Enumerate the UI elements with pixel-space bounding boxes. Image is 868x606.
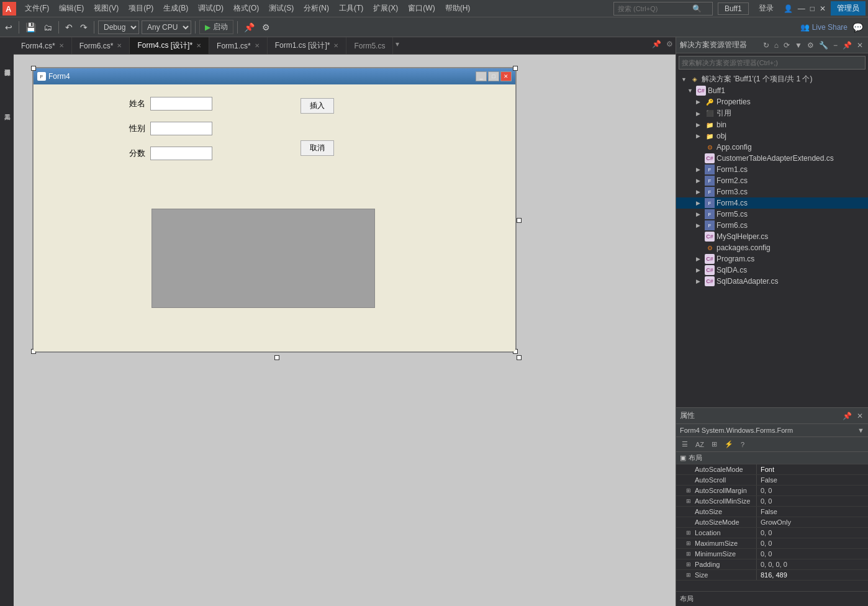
- prop-event-btn[interactable]: ⚡: [721, 438, 736, 450]
- cpu-select[interactable]: Any CPU: [142, 20, 191, 34]
- tree-form6[interactable]: ▶ F Form6.cs: [676, 220, 868, 231]
- picture-box[interactable]: [151, 209, 375, 308]
- maximize-icon[interactable]: □: [810, 4, 815, 13]
- form-resize-handle-rm[interactable]: [517, 218, 522, 223]
- undo-back-button[interactable]: ↩: [2, 21, 15, 34]
- tree-properties[interactable]: ▶ 🔑 Properties: [676, 96, 868, 107]
- close-icon[interactable]: ✕: [820, 4, 826, 13]
- tree-form2[interactable]: ▶ F Form2.cs: [676, 175, 868, 186]
- close-panel-icon[interactable]: ✕: [856, 40, 864, 50]
- tree-references[interactable]: ▶ ⬛ 引用: [676, 107, 868, 119]
- tree-sqlda[interactable]: ▶ C# SqlDA.cs: [676, 265, 868, 276]
- gender-input[interactable]: [150, 122, 212, 135]
- menu-analyze[interactable]: 分析(N): [299, 2, 334, 15]
- menu-file[interactable]: 文件(F): [20, 2, 54, 15]
- tree-form4[interactable]: ▶ F Form4.cs: [676, 197, 868, 209]
- prop-close-icon[interactable]: ✕: [856, 411, 864, 421]
- form-close-btn[interactable]: ✕: [500, 71, 512, 81]
- tree-mysqlhelper[interactable]: ▶ C# MySqlHelper.cs: [676, 231, 868, 242]
- tab-form1cs[interactable]: Form1.cs* ✕: [209, 37, 268, 54]
- minus-icon[interactable]: −: [832, 40, 839, 50]
- menu-test[interactable]: 测试(S): [264, 2, 299, 15]
- tree-form3[interactable]: ▶ F Form3.cs: [676, 186, 868, 197]
- prop-pin-icon[interactable]: 📌: [841, 411, 853, 421]
- tab-form4cs[interactable]: Form4.cs* ✕: [14, 37, 72, 54]
- prop-row-location[interactable]: ⊞ Location 0, 0: [676, 528, 868, 538]
- tree-customertable[interactable]: ▶ C# CustomerTableAdapterExtended.cs: [676, 153, 868, 164]
- start-button[interactable]: ▶ 启动: [199, 20, 233, 34]
- sync-icon[interactable]: ↻: [762, 40, 771, 50]
- solution-search-input[interactable]: [679, 56, 866, 70]
- login-label[interactable]: 登录: [754, 3, 779, 14]
- menu-help[interactable]: 帮助(H): [440, 2, 476, 15]
- liveshare-button[interactable]: 👥 Live Share: [800, 23, 848, 32]
- tab-form1cs-close[interactable]: ✕: [255, 42, 260, 49]
- gear-icon[interactable]: ⚙: [806, 40, 815, 50]
- tabs-overflow-button[interactable]: ▾: [393, 37, 402, 54]
- menu-edit[interactable]: 编辑(E): [54, 2, 89, 15]
- wrench-icon[interactable]: 🔧: [818, 40, 830, 50]
- menu-search-box[interactable]: 🔍: [613, 2, 713, 16]
- tree-program[interactable]: ▶ C# Program.cs: [676, 253, 868, 265]
- minimize-icon[interactable]: —: [798, 4, 805, 13]
- sidebar-toolbox[interactable]: 工具箱: [1, 91, 13, 128]
- prop-row-autoscroll[interactable]: AutoScroll False: [676, 475, 868, 486]
- tree-solution[interactable]: ▼ ◈ 解决方案 'Buff1'(1 个项目/共 1 个): [676, 73, 868, 85]
- prop-row-autosize[interactable]: AutoSize False: [676, 507, 868, 517]
- menu-view[interactable]: 视图(V): [89, 2, 124, 15]
- tree-form1[interactable]: ▶ F Form1.cs: [676, 164, 868, 175]
- prop-help-btn[interactable]: ?: [738, 438, 748, 450]
- redo-button[interactable]: ↷: [78, 21, 90, 34]
- prop-row-size[interactable]: ⊞ Size 816, 489: [676, 570, 868, 581]
- home-icon[interactable]: ⌂: [773, 40, 780, 50]
- menu-build[interactable]: 生成(B): [158, 2, 193, 15]
- tab-form5cs[interactable]: Form5.cs: [346, 37, 393, 54]
- prop-row-padding[interactable]: ⊞ Padding 0, 0, 0, 0: [676, 559, 868, 570]
- menu-project[interactable]: 项目(P): [124, 2, 158, 15]
- prop-propgrid-btn[interactable]: ⊞: [708, 438, 720, 450]
- name-input[interactable]: [150, 97, 212, 111]
- resize-handle-tl[interactable]: [31, 66, 36, 71]
- form-minimize-btn[interactable]: _: [476, 71, 487, 81]
- tree-appconfig[interactable]: ▶ ⚙ App.config: [676, 142, 868, 153]
- prop-row-autosizemode[interactable]: AutoSizeMode GrowOnly: [676, 517, 868, 528]
- tab-form1-design-close[interactable]: ✕: [333, 42, 338, 49]
- prop-row-maximumsize[interactable]: ⊞ MaximumSize 0, 0: [676, 538, 868, 549]
- form-resize-handle-bm[interactable]: [274, 355, 279, 360]
- tree-packages[interactable]: ▶ ⚙ packages.config: [676, 242, 868, 253]
- filter-icon[interactable]: ▼: [793, 40, 803, 50]
- buff1-button[interactable]: Buff1: [718, 2, 749, 15]
- tree-project[interactable]: ▼ C# Buff1: [676, 85, 868, 96]
- prop-row-autoscrollmargin[interactable]: ⊞ AutoScrollMargin 0, 0: [676, 486, 868, 496]
- prop-row-autoscalemode[interactable]: AutoScaleMode Font: [676, 464, 868, 475]
- manage-button[interactable]: 管理员: [831, 1, 866, 16]
- prop-dropdown-icon[interactable]: ▼: [857, 427, 864, 434]
- settings-button[interactable]: ⚙: [260, 21, 273, 34]
- form-maximize-btn[interactable]: □: [488, 71, 499, 81]
- resize-handle-tr[interactable]: [513, 66, 518, 71]
- solution-settings-icon[interactable]: ⚙: [664, 37, 676, 54]
- prop-section-expand[interactable]: ▣: [680, 454, 686, 462]
- menu-tools[interactable]: 工具(T): [334, 2, 368, 15]
- prop-row-autoscrollminsize[interactable]: ⊞ AutoScrollMinSize 0, 0: [676, 496, 868, 507]
- pin-button[interactable]: 📌: [242, 21, 257, 34]
- prop-row-minimumsize[interactable]: ⊞ MinimumSize 0, 0: [676, 549, 868, 559]
- refresh-icon[interactable]: ⟳: [782, 40, 791, 50]
- tab-form4cs-close[interactable]: ✕: [59, 42, 64, 49]
- tree-form5[interactable]: ▶ F Form5.cs: [676, 209, 868, 220]
- menu-format[interactable]: 格式(O): [228, 2, 264, 15]
- solution-pin-button[interactable]: 📌: [649, 37, 664, 54]
- tree-obj[interactable]: ▶ 📁 obj: [676, 130, 868, 142]
- search-input[interactable]: [618, 5, 692, 12]
- tab-form6cs-close[interactable]: ✕: [117, 42, 122, 49]
- tab-form6cs[interactable]: Form6.cs* ✕: [72, 37, 130, 54]
- cancel-button[interactable]: 取消: [301, 140, 334, 156]
- save-button[interactable]: 💾: [23, 21, 38, 34]
- undo-button[interactable]: ↶: [63, 21, 75, 34]
- insert-button[interactable]: 插入: [301, 98, 334, 114]
- tab-form4-design-close[interactable]: ✕: [196, 42, 201, 49]
- pin-icon[interactable]: 📌: [841, 40, 853, 50]
- feedback-icon[interactable]: 💬: [850, 21, 866, 34]
- sidebar-server-explorer[interactable]: 服务器资源管理器: [1, 40, 13, 89]
- menu-debug[interactable]: 调试(D): [193, 2, 228, 15]
